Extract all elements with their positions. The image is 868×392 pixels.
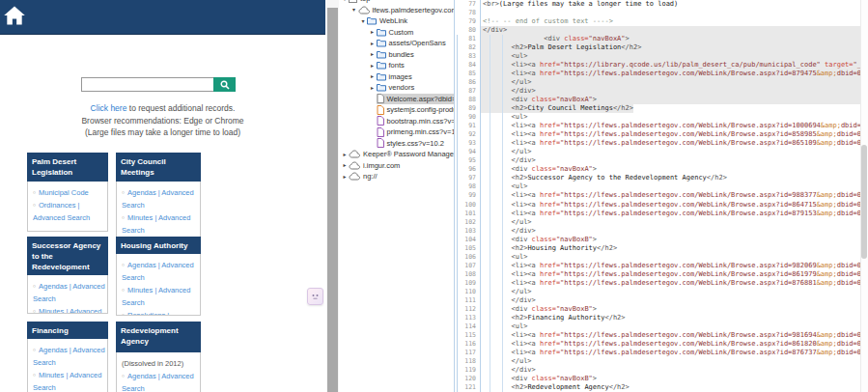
tree-item[interactable]: assets/OpenSans [377,38,455,49]
tree-row[interactable]: ▸bundles [339,49,454,61]
tree-item[interactable]: i.imgur.com [349,160,454,172]
tree-item[interactable]: styles.css?v=10.2 [377,138,455,150]
nav-link[interactable]: ○Minutes | Advanced Search [33,369,105,392]
nav-link[interactable]: ○Minutes | Advanced Search [122,211,198,237]
line-number: 102 [457,218,476,227]
line-number: 98 [457,182,476,191]
tree-item[interactable]: systemjs.config-production.j [377,104,455,116]
tree-item-selected[interactable]: Welcome.aspx?dbid=0&rep [377,94,455,105]
line-number: 105 [457,244,476,253]
tree-row[interactable]: Welcome.aspx?dbid=0&rep [339,94,454,105]
nav-box: Financing Authority○Agendas | Advanced S… [27,322,108,392]
code-line: <li><a href="https://lfews.palmdesertego… [483,122,860,130]
expander-open-icon[interactable]: ▾ [359,17,367,25]
code-line: <h2>Redevelopment Agency</h2> [483,383,630,392]
tree-row[interactable]: ▾WebLink [339,15,454,27]
nav-link[interactable]: ○Minutes | Advanced Search [122,284,198,309]
tree-item-label: primeng.min.css?v=10.2 [387,127,455,136]
expander-open-icon[interactable]: ▾ [341,0,349,3]
search-input[interactable] [81,77,216,92]
tree-row[interactable]: systemjs.config-production.j [339,104,454,116]
line-number: 91 [457,122,476,130]
tree-row[interactable]: ▸Custom [339,27,454,39]
tree-item[interactable]: primeng.min.css?v=10.2 [377,126,455,138]
tree-row[interactable]: styles.css?v=10.2 [339,138,454,150]
tree-row[interactable]: ▸ng:// [339,171,454,182]
extension-badge-icon[interactable] [307,288,323,305]
nav-link-label: Ordinances | Advanced Search [33,201,90,222]
code-line: </ul> [483,148,532,156]
tree-item[interactable]: bundles [377,49,455,61]
bullet-icon: ○ [33,308,36,314]
tree-row[interactable]: ▾lfews.palmdesertegov.com [339,5,454,16]
code-line: <li><a href="https://lfews.palmdesertego… [483,262,860,270]
nav-link[interactable]: ○Ordinances | Advanced Search [33,199,105,224]
nav-link[interactable]: ○Agendas | Advanced Search [33,280,105,305]
tree-item[interactable]: Custom [377,27,455,39]
frame-icon [349,0,357,3]
dissolved-note: (Dissolved in 2012) [122,357,198,370]
expander-closed-icon[interactable]: ▸ [341,173,349,181]
nav-box: City Council Meetings○Agendas | Advanced… [116,153,201,245]
expander-closed-icon[interactable]: ▸ [369,40,377,47]
search-button[interactable] [213,77,236,92]
nav-link[interactable]: ○Resolutions | Advanced Search [122,309,198,316]
bullet-icon: ○ [122,189,125,195]
tree-item[interactable]: images [377,71,455,83]
line-number: 84 [457,61,476,70]
expander-closed-icon[interactable]: ▸ [369,72,377,80]
expander-closed-icon[interactable]: ▸ [341,161,349,169]
site-header [0,0,325,35]
tree-item[interactable]: bootstrap.min.css?v=10.2 [377,116,455,127]
tree-item[interactable]: WebLink [367,15,454,27]
tree-row[interactable]: ▸i.imgur.com [339,160,454,172]
tree-item[interactable]: fonts [377,60,455,71]
line-number: 101 [457,210,476,218]
nav-link[interactable]: ○Agendas | Advanced Search [122,370,198,392]
tree-item-label: lfews.palmdesertegov.com [373,6,455,14]
code-line: <br>(Large files may take a longer time … [483,0,678,9]
tree-item-label: Custom [389,28,414,37]
tree-item-label: ng:// [363,172,378,181]
line-number: 107 [457,262,476,270]
nav-link[interactable]: ○Municipal Code [33,186,105,199]
line-number: 86 [457,78,476,87]
expander-closed-icon[interactable]: ▸ [369,84,377,92]
nav-box: Housing Authority○Agendas | Advanced Sea… [116,237,201,316]
nav-link[interactable]: ○Agendas | Advanced Search [122,259,198,284]
expander-open-icon[interactable]: ▾ [350,6,358,14]
tree-item[interactable]: Keeper® Password Manager & D [349,149,454,160]
nav-link[interactable]: ○Agendas | Advanced Search [33,344,105,369]
tree-row[interactable]: ▸assets/OpenSans [339,38,454,49]
page-scrollbar-thumb[interactable] [327,8,338,392]
tree-row[interactable]: ▸fonts [339,60,454,71]
bullet-icon: ○ [33,347,36,352]
nav-box: Redevelopment Agency(Dissolved in 2012)○… [116,322,201,392]
code-line: <h2>Housing Authority</h2> [483,244,617,253]
tree-item[interactable]: vendors [377,82,455,94]
tree-row[interactable]: bootstrap.min.css?v=10.2 [339,116,454,127]
tree-row[interactable]: primeng.min.css?v=10.2 [339,126,454,138]
bullet-icon: ○ [122,214,125,220]
tree-item[interactable]: ng:// [349,171,454,182]
expander-closed-icon[interactable]: ▸ [341,151,349,158]
code-editor[interactable]: <br>(Large files may take a longer time … [481,0,860,392]
expander-closed-icon[interactable]: ▸ [369,50,377,58]
nav-link-label: Agendas | Advanced Search [33,282,105,303]
click-here-link[interactable]: Click here [91,103,127,113]
expander-closed-icon[interactable]: ▸ [369,62,377,70]
editor-scrollbar-thumb[interactable] [861,145,867,259]
code-line: <li><a href="https://lfews.palmdesertego… [483,331,860,340]
code-line: <h2>Financing Authority</h2> [483,314,626,322]
tree-item[interactable]: lfews.palmdesertegov.com [358,5,455,16]
tree-row[interactable]: ▸images [339,71,454,83]
tree-row[interactable]: ▸vendors [339,82,454,94]
code-line: <ul> [483,182,527,191]
home-icon[interactable] [3,4,26,27]
nav-link[interactable]: ○Agendas | Advanced Search [122,186,198,211]
nav-link[interactable]: ○Minutes | Advanced Search [33,305,105,314]
expander-closed-icon[interactable]: ▸ [369,28,377,36]
line-number: 90 [457,113,476,122]
line-number: 106 [457,253,476,262]
tree-row[interactable]: ▸Keeper® Password Manager & D [339,149,454,160]
